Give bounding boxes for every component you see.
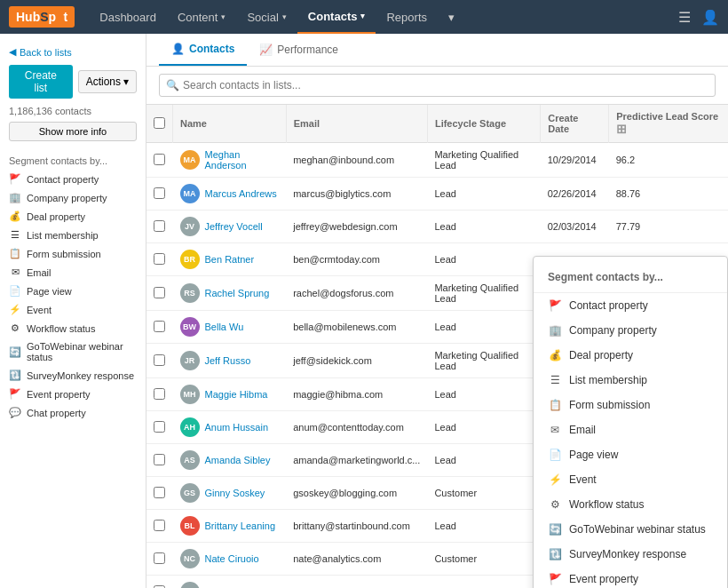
row-checkbox-cell[interactable] xyxy=(146,510,173,543)
back-arrow-icon: ◀ xyxy=(9,46,16,58)
column-options-icon[interactable]: ⊞ xyxy=(616,122,627,136)
nav-content[interactable]: Content ▾ xyxy=(167,0,237,34)
sidebar-item-workflow-status[interactable]: ⚙ Workflow status xyxy=(0,319,146,338)
row-checkbox-cell[interactable] xyxy=(146,143,173,178)
contact-email-cell: kbodnar@b2bmarketer.com xyxy=(286,576,427,589)
contact-name-text: Ben Ratner xyxy=(205,254,255,265)
segment-dropdown: Segment contacts by... 🚩 Contact propert… xyxy=(533,256,728,588)
actions-arrow-icon: ▾ xyxy=(123,75,129,88)
row-checkbox-cell[interactable] xyxy=(146,211,173,243)
dropdown-item-form-submission[interactable]: 📋 Form submission xyxy=(534,393,727,417)
sidebar-item-chat-property[interactable]: 💬 Chat property xyxy=(0,403,146,422)
dropdown-item-company-property[interactable]: 🏢 Company property xyxy=(534,318,727,343)
back-to-lists[interactable]: ◀ Back to lists xyxy=(0,43,146,65)
contact-name-link[interactable]: KB Kipp Bodnar xyxy=(180,582,280,588)
row-checkbox-cell[interactable] xyxy=(146,477,173,510)
sidebar-item-event-property[interactable]: 🚩 Event property xyxy=(0,385,146,403)
sidebar-item-event[interactable]: ⚡ Event xyxy=(0,300,146,319)
sidebar-item-company-property[interactable]: 🏢 Company property xyxy=(0,188,146,207)
lifecycle-stage-cell: Marketing Qualified Lead xyxy=(427,344,540,378)
sidebar-item-email[interactable]: ✉ Email xyxy=(0,263,146,282)
row-checkbox-cell[interactable] xyxy=(146,243,173,276)
contact-name-text: Marcus Andrews xyxy=(205,188,277,199)
row-checkbox-cell[interactable] xyxy=(146,378,173,411)
contact-name-text: Anum Hussain xyxy=(205,422,269,433)
dropdown-contact-property-icon: 🚩 xyxy=(548,299,562,312)
nav-reports[interactable]: Reports xyxy=(376,0,438,34)
contact-name-link[interactable]: BL Brittany Leaning xyxy=(180,516,280,536)
row-checkbox-cell[interactable] xyxy=(146,311,173,344)
contact-name-cell: JR Jeff Russo xyxy=(173,344,287,378)
contact-name-link[interactable]: JR Jeff Russo xyxy=(180,351,280,370)
dropdown-item-gotowebinar[interactable]: 🔄 GoToWebinar webinar status xyxy=(534,517,727,542)
tab-contacts[interactable]: 👤 Contacts xyxy=(159,34,247,66)
contact-name-cell: GS Ginny Soskey xyxy=(173,477,287,510)
chat-property-icon: 💬 xyxy=(9,407,21,418)
create-date-cell: 10/29/2014 xyxy=(541,143,609,178)
gotowebinar-icon: 🔄 xyxy=(9,346,21,358)
contacts-tab-icon: 👤 xyxy=(171,43,185,55)
predictive-score-cell: 88.76 xyxy=(609,178,728,211)
contact-name-link[interactable]: GS Ginny Soskey xyxy=(180,483,280,503)
tab-performance[interactable]: 📈 Performance xyxy=(247,34,351,66)
contact-name-cell: AH Anum Hussain xyxy=(173,411,287,444)
contact-name-link[interactable]: JV Jeffrey Vocell xyxy=(180,217,280,236)
dropdown-item-workflow-status[interactable]: ⚙ Workflow status xyxy=(534,492,727,517)
sidebar-item-surveymonkey[interactable]: 🔃 SurveyMonkey response xyxy=(0,366,146,385)
nav-reports-item[interactable]: ▾ xyxy=(438,0,465,34)
contact-name-text: Brittany Leaning xyxy=(205,520,276,531)
dropdown-item-event-property[interactable]: 🚩 Event property xyxy=(534,567,727,588)
create-list-button[interactable]: Create list xyxy=(9,65,73,99)
contact-name-link[interactable]: MA Meghan Anderson xyxy=(180,149,280,171)
dropdown-item-event[interactable]: ⚡ Event xyxy=(534,467,727,492)
dropdown-item-page-view[interactable]: 📄 Page view xyxy=(534,442,727,467)
dropdown-item-surveymonkey[interactable]: 🔃 SurveyMonkey response xyxy=(534,542,727,567)
search-input[interactable] xyxy=(159,74,716,97)
contact-name-link[interactable]: AS Amanda Sibley xyxy=(180,450,280,470)
contact-name-link[interactable]: BR Ben Ratner xyxy=(180,250,280,269)
form-submission-icon: 📋 xyxy=(9,248,21,259)
nav-dashboard[interactable]: Dashboard xyxy=(89,0,167,34)
contact-name-link[interactable]: MH Maggie Hibma xyxy=(180,385,280,404)
lifecycle-stage-column-header: Lifecycle Stage xyxy=(427,105,540,143)
dropdown-item-email[interactable]: ✉ Email xyxy=(534,417,727,442)
row-checkbox-cell[interactable] xyxy=(146,444,173,477)
contact-name-text: Jeffrey Vocell xyxy=(205,221,263,232)
contact-name-cell: MA Marcus Andrews xyxy=(173,178,287,211)
contact-email-cell: brittany@startinbound.com xyxy=(286,510,427,543)
dropdown-item-contact-property[interactable]: 🚩 Contact property xyxy=(534,293,727,318)
user-icon[interactable]: 👤 xyxy=(701,9,719,26)
sidebar-item-list-membership[interactable]: ☰ List membership xyxy=(0,226,146,244)
nav-contacts[interactable]: Contacts ▾ xyxy=(297,0,376,34)
contact-name-link[interactable]: BW Bella Wu xyxy=(180,317,280,337)
row-checkbox-cell[interactable] xyxy=(146,276,173,311)
dropdown-item-list-membership[interactable]: ☰ List membership xyxy=(534,368,727,393)
row-checkbox-cell[interactable] xyxy=(146,178,173,211)
actions-button[interactable]: Actions ▾ xyxy=(78,70,137,93)
row-checkbox-cell[interactable] xyxy=(146,576,173,589)
sidebar-item-page-view[interactable]: 📄 Page view xyxy=(0,282,146,300)
company-property-icon: 🏢 xyxy=(9,192,21,203)
contact-name-link[interactable]: NC Nate Ciruoio xyxy=(180,549,280,568)
event-icon: ⚡ xyxy=(9,304,21,315)
contact-name-link[interactable]: RS Rachel Sprung xyxy=(180,283,280,303)
dropdown-event-property-icon: 🚩 xyxy=(548,573,562,585)
name-column-header: Name xyxy=(173,105,287,143)
row-checkbox-cell[interactable] xyxy=(146,411,173,444)
row-checkbox-cell[interactable] xyxy=(146,543,173,576)
row-checkbox-cell[interactable] xyxy=(146,344,173,378)
email-icon: ✉ xyxy=(9,266,21,278)
show-more-info-button[interactable]: Show more info xyxy=(9,122,137,141)
contact-name-link[interactable]: AH Anum Hussain xyxy=(180,417,280,437)
hamburger-icon[interactable]: ☰ xyxy=(678,9,691,26)
dropdown-item-deal-property[interactable]: 💰 Deal property xyxy=(534,343,727,368)
sidebar-item-form-submission[interactable]: 📋 Form submission xyxy=(0,244,146,263)
main-layout: ◀ Back to lists Create list Actions ▾ 1,… xyxy=(0,34,728,588)
nav-social[interactable]: Social ▾ xyxy=(236,0,297,34)
contact-name-link[interactable]: MA Marcus Andrews xyxy=(180,184,280,203)
sidebar-item-gotowebinar[interactable]: 🔄 GoToWebinar webinar status xyxy=(0,338,146,366)
sidebar-item-contact-property[interactable]: 🚩 Contact property xyxy=(0,170,146,188)
contact-email-cell: marcus@biglytics.com xyxy=(286,178,427,211)
select-all-header[interactable] xyxy=(146,105,173,143)
sidebar-item-deal-property[interactable]: 💰 Deal property xyxy=(0,207,146,226)
